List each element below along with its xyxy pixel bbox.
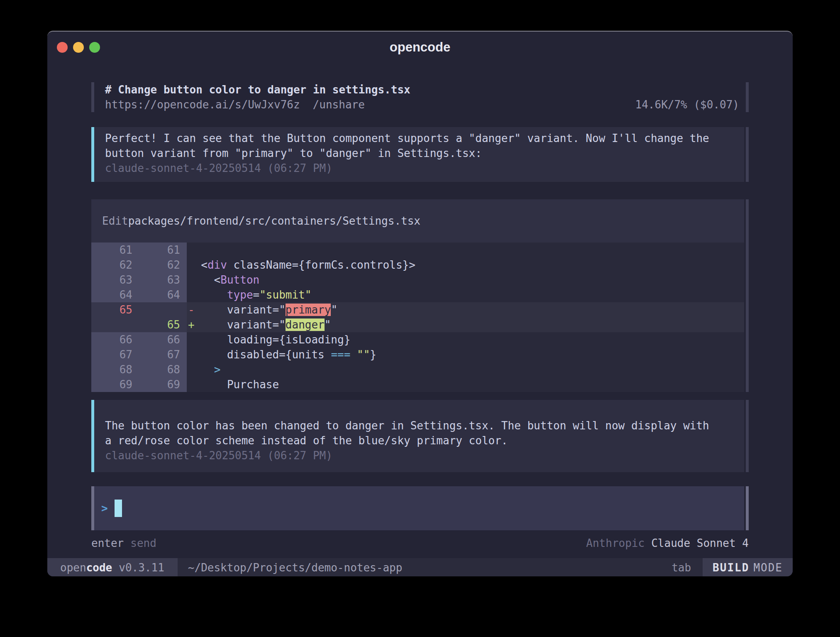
- line-number-old: [91, 317, 139, 332]
- diff-marker: +: [188, 317, 195, 332]
- code-line: loading={isLoading}: [187, 332, 744, 347]
- model-name: Claude Sonnet 4: [651, 536, 749, 551]
- line-number-old: 68: [91, 362, 139, 377]
- app-name-open: open: [60, 561, 86, 574]
- tab-key-hint: tab: [672, 558, 691, 576]
- message-right-rule: [746, 127, 749, 182]
- opencode-window: opencode # Change button color to danger…: [47, 31, 793, 576]
- code-line: + variant="danger": [187, 317, 744, 332]
- diff-row: 65+ variant="danger": [91, 317, 744, 332]
- line-number-new: 68: [139, 362, 187, 377]
- diff-row: 6868 >: [91, 362, 744, 377]
- code-line: disabled={units === ""}: [187, 347, 744, 362]
- code-line: [187, 243, 744, 257]
- message-accent-bar: [91, 127, 94, 182]
- line-number-old: 65: [91, 302, 139, 317]
- share-url-link[interactable]: https://opencode.ai/s/UwJxv76z: [105, 97, 300, 112]
- header-left-rule: [91, 82, 94, 112]
- message-line: button variant from "primary" to "danger…: [105, 146, 744, 161]
- tool-file-path: packages/frontend/src/containers/Setting…: [128, 215, 420, 227]
- code-line: type="submit": [187, 287, 744, 302]
- line-number-new: 61: [139, 243, 187, 257]
- session-title: # Change button color to danger in setti…: [105, 82, 744, 97]
- diff-row: 6363 <Button: [91, 272, 744, 287]
- hint-enter-key: enter: [91, 536, 124, 551]
- prompt-symbol: >: [101, 502, 108, 514]
- message-meta: claude-sonnet-4-20250514 (06:27 PM): [105, 448, 744, 463]
- input-left-rule: [91, 486, 94, 530]
- app-version: v0.3.11: [119, 561, 164, 574]
- line-number-new: [139, 302, 187, 317]
- diff-row: 6464 type="submit": [91, 287, 744, 302]
- message-line: Perfect! I can see that the Button compo…: [105, 131, 744, 146]
- message-right-rule: [746, 400, 749, 472]
- prompt-input[interactable]: >: [91, 486, 749, 530]
- diff-row: 6969 Purchase: [91, 377, 744, 392]
- session-header: # Change button color to danger in setti…: [91, 82, 749, 112]
- message-text: The button color has been changed to dan…: [105, 418, 744, 448]
- build-mode-badge[interactable]: BUILDMODE: [703, 558, 793, 576]
- line-number-old: 61: [91, 243, 139, 257]
- code-line: <Button: [187, 272, 744, 287]
- code-line: >: [187, 362, 744, 377]
- code-line: <div className={formCs.controls}>: [187, 257, 744, 272]
- diff-row: 65- variant="primary": [91, 302, 744, 317]
- code-line: Purchase: [187, 377, 744, 392]
- diff-view: 61616262 <div className={formCs.controls…: [91, 243, 744, 392]
- header-right-rule: [746, 82, 749, 112]
- message-meta: claude-sonnet-4-20250514 (06:27 PM): [105, 161, 744, 176]
- desktop-background: opencode # Change button color to danger…: [0, 0, 840, 637]
- line-number-new: 64: [139, 287, 187, 302]
- tool-header: Edit packages/frontend/src/containers/Se…: [91, 199, 744, 243]
- line-number-new: 69: [139, 377, 187, 392]
- window-title: opencode: [47, 40, 793, 55]
- diff-row: 6767 disabled={units === ""}: [91, 347, 744, 362]
- line-number-old: 64: [91, 287, 139, 302]
- app-version-chip: opencodev0.3.11: [47, 558, 178, 576]
- model-provider: Anthropic: [586, 536, 645, 551]
- text-cursor: [115, 500, 122, 517]
- status-bar: opencodev0.3.11 ~/Desktop/Projects/demo-…: [47, 558, 793, 576]
- cwd-path: ~/Desktop/Projects/demo-notes-app: [188, 558, 403, 576]
- diff-row: 6666 loading={isLoading}: [91, 332, 744, 347]
- line-number-new: 66: [139, 332, 187, 347]
- line-number-old: 62: [91, 257, 139, 272]
- line-number-old: 66: [91, 332, 139, 347]
- app-name-code: code: [86, 561, 112, 574]
- line-number-old: 69: [91, 377, 139, 392]
- line-number-old: 67: [91, 347, 139, 362]
- diff-marker: -: [188, 302, 195, 317]
- diff-row: 6262 <div className={formCs.controls}>: [91, 257, 744, 272]
- line-number-old: 63: [91, 272, 139, 287]
- hint-bar: enter send Anthropic Claude Sonnet 4: [91, 536, 749, 551]
- message-text: Perfect! I can see that the Button compo…: [105, 131, 744, 161]
- line-number-new: 62: [139, 257, 187, 272]
- edit-tool-block: Edit packages/frontend/src/containers/Se…: [91, 199, 749, 392]
- mode-build-label: BUILD: [713, 561, 749, 574]
- window-titlebar[interactable]: opencode: [47, 32, 793, 60]
- line-number-new: 63: [139, 272, 187, 287]
- assistant-message-2: The button color has been changed to dan…: [91, 400, 749, 472]
- input-right-rule: [746, 486, 749, 530]
- hint-send-label: send: [130, 536, 156, 551]
- mode-mode-label: MODE: [753, 561, 783, 574]
- tool-right-rule: [746, 199, 749, 392]
- line-number-new: 67: [139, 347, 187, 362]
- message-line: a red/rose color scheme instead of the b…: [105, 433, 744, 448]
- code-line: - variant="primary": [187, 302, 744, 317]
- line-number-new: 65: [139, 317, 187, 332]
- token-usage: 14.6K/7% ($0.07): [635, 97, 739, 112]
- assistant-message-1: Perfect! I can see that the Button compo…: [91, 127, 749, 182]
- unshare-command[interactable]: /unshare: [313, 97, 365, 112]
- diff-row: 6161: [91, 243, 744, 257]
- message-accent-bar: [91, 400, 94, 472]
- message-line: The button color has been changed to dan…: [105, 418, 744, 433]
- tool-verb: Edit: [102, 215, 128, 227]
